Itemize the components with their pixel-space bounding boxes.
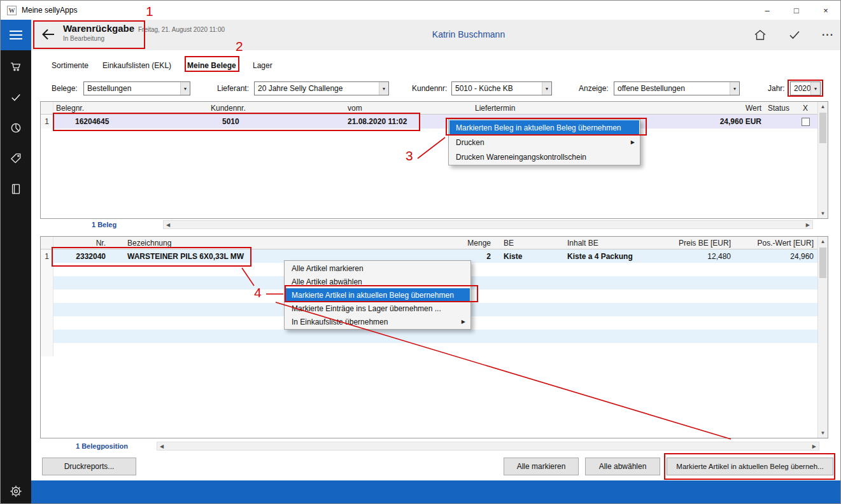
- scroll-thumb[interactable]: [819, 113, 826, 143]
- menu-item-artikel-uebernehmen[interactable]: Markierte Artikel in aktuellen Beleg übe…: [285, 288, 470, 302]
- jahr-dropdown[interactable]: 2020 ▾: [790, 81, 821, 95]
- scroll-up-icon[interactable]: ▲: [821, 104, 826, 109]
- druckreports-button[interactable]: Druckreports...: [42, 458, 136, 475]
- cell-bezeichnung: WARSTEINER PILS 6X0,33L MW: [110, 252, 453, 261]
- tab-einkaufslisten[interactable]: Einkaufslisten (EKL): [102, 61, 171, 70]
- tab-meine-belege[interactable]: Meine Belege: [187, 61, 236, 70]
- scroll-right-icon[interactable]: ▶: [812, 444, 816, 449]
- bottom-status-bar: [31, 480, 841, 504]
- back-button[interactable]: [40, 26, 57, 43]
- alle-abwaehlen-button[interactable]: Alle abwählen: [585, 458, 660, 475]
- minimize-button[interactable]: –: [753, 1, 782, 20]
- menu-item-drucken-kontrollschein[interactable]: Drucken Wareneingangskontrollschein: [449, 150, 639, 164]
- home-icon[interactable]: [753, 28, 767, 42]
- chevron-down-icon[interactable]: ▾: [810, 82, 820, 95]
- menu-item-einkaufsliste[interactable]: In Einkaufsliste übernehmen ▶: [285, 315, 470, 328]
- chevron-down-icon[interactable]: ▾: [730, 82, 739, 95]
- uebernehmen-button[interactable]: Markierte Artikel in aktuellen Beleg übe…: [667, 458, 833, 475]
- menu-item-lager-uebernehmen[interactable]: Markierte Einträge ins Lager übernehmen …: [285, 302, 470, 315]
- scroll-thumb[interactable]: [819, 248, 826, 278]
- sidebar: [1, 20, 31, 504]
- gear-icon[interactable]: [1, 483, 31, 500]
- chevron-down-icon[interactable]: ▾: [379, 82, 388, 95]
- more-options-icon[interactable]: ···: [822, 29, 834, 41]
- filter-label-jahr: Jahr:: [768, 84, 785, 93]
- scroll-down-icon[interactable]: ▼: [821, 211, 826, 216]
- documents-table: Belegnr. Kundennr. vom Liefertermin Wert…: [40, 101, 828, 219]
- documents-vertical-scrollbar[interactable]: ▲ ▼: [817, 102, 828, 218]
- scroll-up-icon[interactable]: ▲: [821, 239, 826, 244]
- window-controls: – □ ×: [753, 1, 840, 20]
- col-menge: Menge: [453, 237, 495, 249]
- cart-icon[interactable]: [1, 54, 31, 80]
- tasks-check-icon[interactable]: [1, 85, 31, 110]
- document-date: Freitag, 21. August 2020 11:00: [138, 26, 225, 33]
- jahr-dropdown-value: 2020: [791, 82, 810, 95]
- maximize-button[interactable]: □: [782, 1, 811, 20]
- page-title: Warenrückgabe: [63, 23, 134, 34]
- cell-inhalt-be: Kiste a 4 Packung: [558, 252, 676, 261]
- filter-label-anzeige: Anzeige:: [579, 84, 609, 93]
- alle-markieren-button[interactable]: Alle markieren: [504, 458, 579, 475]
- belege-dropdown-value: Bestellungen: [84, 82, 180, 95]
- titlebar: W Meine sellyApps – □ ×: [1, 1, 840, 20]
- col-preis-be: Preis BE [EUR]: [676, 237, 735, 249]
- book-icon[interactable]: [1, 176, 31, 202]
- chevron-down-icon[interactable]: ▾: [180, 82, 190, 95]
- col-x: X: [793, 102, 817, 114]
- col-status: Status: [765, 102, 793, 114]
- cell-preis-be: 12,480: [676, 252, 735, 261]
- scroll-left-icon[interactable]: ◀: [160, 444, 164, 449]
- menu-item-label: Drucken Wareneingangskontrollschein: [456, 153, 586, 162]
- chevron-down-icon[interactable]: ▾: [542, 82, 551, 95]
- menu-item-alle-markieren[interactable]: Alle Artikel markieren: [285, 262, 470, 275]
- positions-count: 1 Belegposition: [76, 442, 128, 450]
- scroll-down-icon[interactable]: ▼: [821, 430, 826, 436]
- submenu-arrow-icon: ▶: [462, 319, 465, 325]
- row-number: 1: [41, 115, 53, 129]
- scroll-right-icon[interactable]: ▶: [806, 222, 810, 228]
- document-state: In Bearbeitung: [63, 35, 225, 42]
- document-row[interactable]: 1 16204645 5010 21.08.2020 11:02 24,960 …: [41, 115, 817, 129]
- confirm-check-icon[interactable]: [788, 28, 802, 42]
- lieferant-dropdown-value: 20 Jahre Selly Challenge: [255, 82, 379, 95]
- col-belegnr: Belegnr.: [53, 102, 208, 114]
- positions-vertical-scrollbar[interactable]: ▲ ▼: [817, 237, 828, 438]
- cell-be: Kiste: [495, 252, 558, 261]
- pie-chart-icon[interactable]: [1, 115, 31, 141]
- menu-item-alle-abwaehlen[interactable]: Alle Artikel abwählen: [285, 275, 470, 288]
- lieferant-dropdown[interactable]: 20 Jahre Selly Challenge ▾: [254, 81, 389, 95]
- positions-context-menu: Alle Artikel markieren Alle Artikel abwä…: [284, 260, 471, 330]
- col-inhalt-be: Inhalt BE: [558, 237, 676, 249]
- empty-row: [41, 343, 817, 356]
- filter-label-kundennr: Kundennr:: [412, 84, 447, 93]
- row-checkbox[interactable]: [802, 118, 810, 126]
- tab-lager[interactable]: Lager: [253, 61, 272, 70]
- empty-row: [41, 330, 817, 343]
- col-wert: Wert: [692, 102, 765, 114]
- documents-horizontal-scrollbar[interactable]: ◀ ▶: [163, 220, 813, 229]
- anzeige-dropdown[interactable]: offene Bestellungen ▾: [614, 81, 740, 95]
- cell-pos-wert: 24,960: [735, 252, 817, 261]
- positions-horizontal-scrollbar[interactable]: ◀ ▶: [157, 442, 819, 451]
- cell-menge: 2: [453, 252, 495, 261]
- menu-item-label: Alle Artikel abwählen: [292, 277, 362, 286]
- menu-item-drucken[interactable]: Drucken ▶: [449, 135, 639, 150]
- scroll-left-icon[interactable]: ◀: [166, 222, 170, 228]
- menu-item-label: In Einkaufsliste übernehmen: [292, 318, 388, 326]
- tab-sortimente[interactable]: Sortimente: [52, 61, 88, 70]
- tag-icon[interactable]: [1, 146, 31, 171]
- documents-count: 1 Beleg: [92, 221, 117, 228]
- filter-label-lieferant: Lieferant:: [217, 84, 249, 93]
- kundennr-dropdown[interactable]: 5010 - Küche KB ▾: [451, 81, 552, 95]
- col-bezeichnung: Bezeichnung: [110, 237, 453, 249]
- belege-dropdown[interactable]: Bestellungen ▾: [83, 81, 190, 95]
- close-button[interactable]: ×: [811, 1, 840, 20]
- hamburger-menu-icon[interactable]: [1, 20, 31, 50]
- cell-belegnr: 16204645: [53, 117, 208, 126]
- documents-context-menu: Markierten Beleg in aktuellen Beleg über…: [448, 119, 640, 165]
- cell-kundennr: 5010: [208, 117, 345, 126]
- menu-item-beleg-uebernehmen[interactable]: Markierten Beleg in aktuellen Beleg über…: [449, 120, 639, 135]
- menu-item-label: Alle Artikel markieren: [292, 264, 364, 273]
- row-number-header: [41, 237, 53, 249]
